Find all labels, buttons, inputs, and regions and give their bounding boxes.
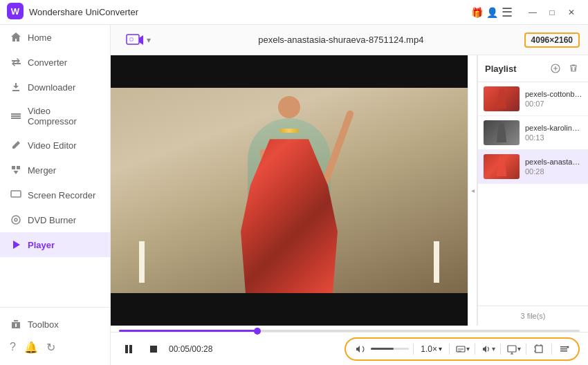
candle-right	[434, 241, 439, 283]
svg-point-7	[15, 218, 17, 221]
svg-rect-17	[560, 346, 567, 348]
dancer-dress	[241, 139, 338, 293]
sidebar-label-merger: Merger	[28, 165, 56, 176]
title-bar: W Wondershare UniConverter 🎁 👤 ☰ — □ ✕	[0, 0, 588, 25]
playlist-items: pexels-cottonbr... 00:07 pexels-karolina	[478, 82, 588, 306]
sidebar-item-toolbox[interactable]: Toolbox	[0, 313, 110, 335]
seek-bar[interactable]	[119, 330, 580, 332]
playlist-item-name-1: pexels-cottonbr...	[525, 90, 582, 98]
sidebar-label-toolbox: Toolbox	[28, 319, 59, 330]
sidebar-label-screen-recorder: Screen Recorder	[28, 190, 95, 200]
pause-button[interactable]	[119, 339, 138, 359]
sidebar-item-dvd-burner[interactable]: DVD Burner	[0, 207, 110, 232]
svg-rect-11	[125, 345, 128, 353]
video-player[interactable]	[111, 55, 468, 326]
screen-icon	[10, 189, 22, 201]
delete-playlist-icon[interactable]	[566, 61, 581, 76]
collapse-handle[interactable]: ◂	[468, 55, 477, 326]
crop-icon[interactable]	[531, 341, 547, 357]
playlist-item-name-3: pexels-anastasia...	[525, 158, 582, 166]
video-scene	[111, 88, 468, 293]
progress-thumb[interactable]	[254, 328, 261, 335]
sidebar-item-converter[interactable]: Converter	[0, 50, 110, 75]
sidebar-item-video-compressor[interactable]: Video Compressor	[0, 100, 110, 133]
screen-size-icon[interactable]: ▾	[505, 341, 522, 357]
bell-icon[interactable]: 🔔	[24, 341, 38, 354]
player-playlist-row: ◂ Playlist	[111, 55, 588, 326]
svg-rect-4	[11, 118, 21, 119]
time-display: 00:05/00:28	[169, 344, 212, 354]
volume-icon[interactable]	[351, 341, 368, 357]
sidebar: Home Converter Downloader Video Compress…	[0, 25, 111, 365]
sidebar-item-video-editor[interactable]: Video Editor	[0, 133, 110, 158]
playlist-item-name-2: pexels-karolina-...	[525, 124, 582, 132]
sidebar-item-downloader[interactable]: Downloader	[0, 75, 110, 100]
sidebar-item-merger[interactable]: Merger	[0, 158, 110, 182]
playlist-panel: Playlist	[477, 55, 588, 326]
playlist-toggle-icon[interactable]	[556, 341, 573, 357]
playlist-item[interactable]: pexels-karolina-... 00:13	[478, 116, 588, 150]
file-name: pexels-anastasia-shuraeva-8751124.mp4	[165, 35, 517, 45]
add-file-button[interactable]: ▾	[119, 28, 158, 53]
resolution-badge: 4096×2160	[524, 32, 580, 48]
svg-rect-16	[535, 346, 542, 353]
playlist-thumb-2	[484, 120, 520, 145]
right-controls-group: 1.0× ▾ ▾	[344, 337, 580, 361]
stop-button[interactable]	[144, 339, 163, 359]
sidebar-label-home: Home	[28, 32, 52, 43]
playlist-thumb-3	[484, 154, 520, 179]
progress-bar-outer	[111, 326, 588, 332]
subtitle-icon[interactable]: ▾	[454, 341, 470, 357]
toolbox-icon	[10, 318, 22, 330]
converter-icon	[10, 56, 22, 68]
speed-control[interactable]: 1.0× ▾	[418, 344, 445, 355]
progress-fill	[119, 330, 257, 332]
sidebar-label-converter: Converter	[28, 57, 67, 68]
gift-icon[interactable]: 🎁	[469, 5, 484, 20]
menu-icon[interactable]: ☰	[499, 5, 515, 20]
sidebar-item-screen-recorder[interactable]: Screen Recorder	[0, 182, 110, 207]
svg-point-6	[12, 216, 20, 224]
video-frame	[111, 55, 468, 326]
svg-rect-19	[560, 350, 567, 352]
user-icon[interactable]: 👤	[484, 5, 499, 20]
playlist-item-dur-1: 00:07	[525, 100, 582, 108]
help-icon[interactable]: ?	[10, 341, 16, 354]
file-count: 3 file(s)	[520, 312, 545, 320]
playlist-title: Playlist	[485, 64, 545, 74]
divider	[551, 344, 552, 355]
volume-slider[interactable]	[371, 348, 409, 350]
close-button[interactable]: ✕	[562, 6, 581, 19]
svg-rect-3	[11, 115, 21, 117]
svg-rect-12	[129, 345, 132, 353]
svg-rect-5	[11, 191, 21, 197]
divider	[475, 344, 475, 355]
playlist-thumb-1	[484, 86, 520, 111]
add-to-playlist-icon[interactable]	[548, 61, 563, 76]
sidebar-label-video-compressor: Video Compressor	[28, 106, 100, 127]
refresh-icon[interactable]: ↻	[46, 341, 55, 354]
chevron-down-icon: ▾	[147, 35, 151, 45]
playlist-footer: 3 file(s)	[478, 306, 588, 326]
audio-icon[interactable]: ▾	[479, 341, 496, 357]
svg-text:W: W	[11, 6, 20, 17]
playlist-item-dur-3: 00:28	[525, 167, 582, 176]
divider	[526, 344, 526, 355]
speed-value: 1.0×	[421, 344, 437, 354]
speed-chevron: ▾	[439, 345, 442, 353]
dancer-figure	[220, 88, 358, 293]
video-content	[111, 55, 468, 326]
svg-rect-2	[11, 113, 21, 115]
sidebar-label-video-editor: Video Editor	[28, 140, 77, 151]
sidebar-item-home[interactable]: Home	[0, 25, 110, 50]
app-title: Wondershare UniConverter	[29, 7, 469, 17]
sidebar-item-player[interactable]: Player	[0, 232, 110, 257]
edit-icon	[10, 139, 22, 151]
maximize-button[interactable]: □	[542, 6, 562, 19]
minimize-button[interactable]: —	[523, 6, 542, 19]
playlist-item[interactable]: pexels-anastasia... 00:28	[478, 150, 588, 184]
playlist-item-info-1: pexels-cottonbr... 00:07	[525, 90, 582, 108]
svg-point-20	[567, 346, 569, 348]
playlist-item[interactable]: pexels-cottonbr... 00:07	[478, 82, 588, 116]
volume-fill	[371, 348, 394, 350]
